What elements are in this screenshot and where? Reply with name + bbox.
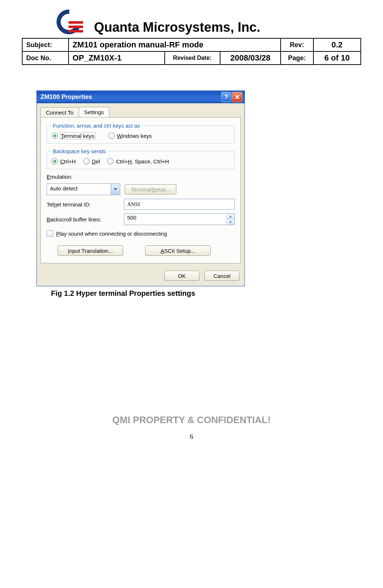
subject-value: ZM101 operation manual-RF mode (69, 38, 281, 51)
radio-icon (83, 158, 90, 165)
spinner-down-icon[interactable]: ▼ (226, 219, 234, 225)
rev-label: Rev: (281, 38, 313, 51)
terminal-setup-button: Terminal Setup... (125, 184, 176, 194)
page-value: 6 of 10 (313, 51, 361, 65)
dialog-bottom-bar: OK Cancel (37, 267, 245, 286)
play-sound-checkbox[interactable]: Play sound when connecting or disconnect… (47, 230, 235, 237)
backscroll-value: 500 (124, 214, 226, 225)
ok-button[interactable]: OK (164, 271, 199, 281)
backspace-legend: Backspace key sends (51, 148, 107, 154)
chevron-down-icon[interactable] (111, 184, 120, 195)
help-button[interactable]: ? (221, 92, 231, 102)
document-meta-table: Subject: ZM101 operation manual-RF mode … (22, 38, 361, 65)
ascii-setup-button[interactable]: ASCII Setup... (145, 245, 211, 256)
properties-dialog: ZM100 Properties ? Connect To Settings F… (36, 90, 245, 286)
telnet-id-label: Telnet terminal ID: (47, 201, 120, 208)
backscroll-label: Backscroll buffer lines: (47, 216, 120, 223)
svg-rect-2 (69, 30, 83, 32)
cancel-button[interactable]: Cancel (204, 271, 239, 281)
page-number: 6 (22, 433, 361, 441)
radio-selected-icon (51, 132, 58, 139)
close-button[interactable] (232, 92, 242, 102)
titlebar: ZM100 Properties ? (37, 91, 245, 103)
page-label: Page: (281, 51, 313, 65)
windows-keys-radio[interactable]: Windows keys (108, 132, 152, 139)
radio-icon (107, 158, 114, 165)
svg-rect-0 (69, 21, 83, 24)
telnet-id-input[interactable] (124, 199, 235, 210)
backspace-group: Backspace key sends Ctrl+H Del Ctrl+H (47, 148, 235, 169)
company-logo (51, 7, 87, 36)
radio-selected-icon (51, 158, 58, 165)
docno-value: OP_ZM10X-1 (69, 51, 165, 65)
confidential-footer: QMI PROPERTY & CONFIDENTIAL! (22, 414, 361, 426)
emulation-combo[interactable]: Auto detect (47, 183, 120, 195)
terminal-keys-radio[interactable]: Terminal keys (51, 132, 95, 139)
radio-icon (108, 132, 115, 139)
function-keys-group: Function, arrow, and ctrl keys act as Te… (47, 123, 235, 144)
settings-pane: Function, arrow, and ctrl keys act as Te… (40, 117, 241, 263)
function-keys-legend: Function, arrow, and ctrl keys act as (51, 123, 141, 129)
rev-value: 0.2 (313, 38, 361, 51)
subject-label: Subject: (22, 38, 69, 51)
dialog-title: ZM100 Properties (40, 93, 220, 101)
emulation-value: Auto detect (47, 184, 111, 195)
company-name: Quanta Microsystems, Inc. (94, 20, 260, 35)
docno-label: Doc No. (22, 51, 69, 65)
document-header: Quanta Microsystems, Inc. (22, 7, 361, 36)
figure-caption: Fig 1.2 Hyper terminal Properties settin… (51, 289, 361, 298)
emulation-label: Emulation: (47, 174, 235, 180)
tab-connect-to[interactable]: Connect To (40, 107, 79, 117)
del-radio[interactable]: Del (83, 158, 100, 165)
checkbox-icon (47, 230, 53, 237)
ctrl-h-space-radio[interactable]: Ctrl+H, Space, Ctrl+H (107, 158, 169, 165)
backscroll-spinner[interactable]: 500 ▲ ▼ (124, 213, 235, 225)
revised-value: 2008/03/28 (220, 51, 281, 65)
svg-rect-1 (69, 26, 83, 28)
tabstrip: Connect To Settings (37, 103, 245, 117)
spinner-up-icon[interactable]: ▲ (226, 214, 234, 219)
revised-label: Revised Date: (165, 51, 220, 65)
ctrl-h-radio[interactable]: Ctrl+H (51, 158, 76, 165)
tab-settings[interactable]: Settings (79, 107, 109, 117)
input-translation-button[interactable]: Input Translation... (58, 245, 123, 256)
